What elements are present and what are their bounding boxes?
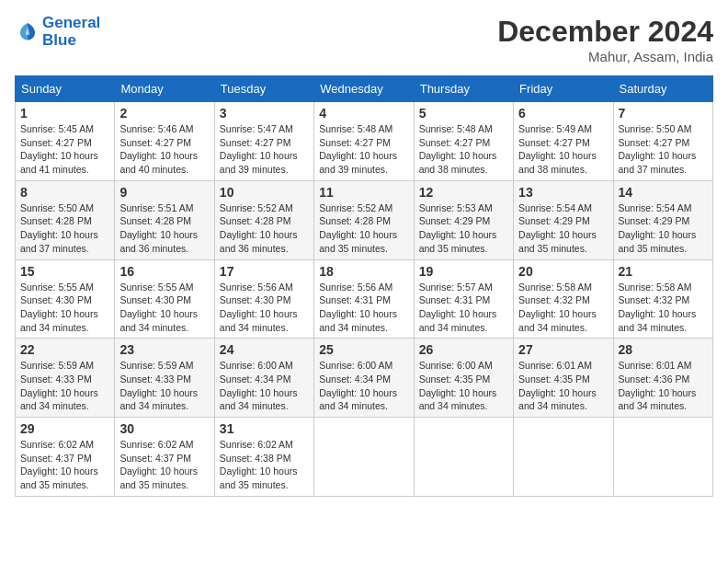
day-info: Sunrise: 5:58 AM Sunset: 4:32 PM Dayligh… [518, 281, 608, 335]
table-row [314, 418, 414, 497]
calendar-week-row: 22 Sunrise: 5:59 AM Sunset: 4:33 PM Dayl… [16, 339, 713, 418]
table-row: 13 Sunrise: 5:54 AM Sunset: 4:29 PM Dayl… [514, 180, 613, 259]
table-row: 6 Sunrise: 5:49 AM Sunset: 4:27 PM Dayli… [514, 102, 613, 181]
table-row: 15 Sunrise: 5:55 AM Sunset: 4:30 PM Dayl… [16, 259, 115, 339]
table-row [414, 418, 513, 497]
table-row: 17 Sunrise: 5:56 AM Sunset: 4:30 PM Dayl… [214, 259, 313, 339]
table-row: 2 Sunrise: 5:46 AM Sunset: 4:27 PM Dayli… [115, 102, 214, 181]
day-info: Sunrise: 5:45 AM Sunset: 4:27 PM Dayligh… [20, 122, 109, 177]
day-info: Sunrise: 5:48 AM Sunset: 4:27 PM Dayligh… [419, 122, 508, 177]
day-number: 10 [220, 185, 309, 200]
logo-line2: Blue [42, 32, 100, 50]
day-info: Sunrise: 5:51 AM Sunset: 4:28 PM Dayligh… [119, 201, 209, 256]
day-info: Sunrise: 5:55 AM Sunset: 4:30 PM Dayligh… [119, 281, 209, 335]
logo: General Blue [15, 15, 100, 49]
day-info: Sunrise: 5:50 AM Sunset: 4:28 PM Dayligh… [20, 201, 109, 256]
day-number: 26 [419, 342, 508, 357]
calendar-table: Sunday Monday Tuesday Wednesday Thursday… [15, 75, 713, 497]
day-number: 3 [220, 106, 309, 121]
table-row: 16 Sunrise: 5:55 AM Sunset: 4:30 PM Dayl… [115, 259, 214, 339]
day-info: Sunrise: 6:01 AM Sunset: 4:36 PM Dayligh… [619, 359, 708, 413]
day-number: 19 [419, 264, 508, 279]
day-info: Sunrise: 5:47 AM Sunset: 4:27 PM Dayligh… [220, 122, 309, 177]
day-info: Sunrise: 5:54 AM Sunset: 4:29 PM Dayligh… [518, 201, 608, 256]
col-monday: Monday [115, 76, 214, 102]
table-row: 21 Sunrise: 5:58 AM Sunset: 4:32 PM Dayl… [613, 259, 712, 339]
day-number: 11 [319, 185, 408, 200]
day-number: 12 [419, 185, 508, 200]
table-row [514, 418, 613, 497]
day-info: Sunrise: 6:00 AM Sunset: 4:34 PM Dayligh… [319, 359, 408, 413]
table-row: 19 Sunrise: 5:57 AM Sunset: 4:31 PM Dayl… [414, 259, 513, 339]
col-saturday: Saturday [613, 76, 712, 102]
table-row: 23 Sunrise: 5:59 AM Sunset: 4:33 PM Dayl… [115, 339, 214, 418]
table-row: 22 Sunrise: 5:59 AM Sunset: 4:33 PM Dayl… [16, 339, 115, 418]
day-info: Sunrise: 5:55 AM Sunset: 4:30 PM Dayligh… [20, 281, 109, 335]
day-number: 25 [319, 342, 408, 357]
table-row: 30 Sunrise: 6:02 AM Sunset: 4:37 PM Dayl… [115, 418, 214, 497]
day-info: Sunrise: 6:02 AM Sunset: 4:37 PM Dayligh… [119, 438, 209, 492]
logo-icon [17, 19, 39, 41]
day-number: 22 [20, 342, 109, 357]
table-row [613, 418, 712, 497]
table-row: 5 Sunrise: 5:48 AM Sunset: 4:27 PM Dayli… [414, 102, 513, 181]
calendar-header-row: Sunday Monday Tuesday Wednesday Thursday… [16, 76, 713, 102]
day-number: 13 [518, 185, 608, 200]
day-number: 29 [20, 421, 109, 436]
calendar-week-row: 15 Sunrise: 5:55 AM Sunset: 4:30 PM Dayl… [16, 259, 713, 339]
day-info: Sunrise: 5:52 AM Sunset: 4:28 PM Dayligh… [220, 201, 309, 256]
calendar-week-row: 1 Sunrise: 5:45 AM Sunset: 4:27 PM Dayli… [16, 102, 713, 181]
day-info: Sunrise: 5:48 AM Sunset: 4:27 PM Dayligh… [319, 122, 408, 177]
table-row: 10 Sunrise: 5:52 AM Sunset: 4:28 PM Dayl… [214, 180, 313, 259]
page-header: General Blue December 2024 Mahur, Assam,… [15, 15, 713, 64]
day-info: Sunrise: 5:54 AM Sunset: 4:29 PM Dayligh… [619, 201, 708, 256]
day-number: 24 [220, 342, 309, 357]
day-info: Sunrise: 5:50 AM Sunset: 4:27 PM Dayligh… [619, 122, 708, 177]
day-info: Sunrise: 6:01 AM Sunset: 4:35 PM Dayligh… [518, 359, 608, 413]
col-thursday: Thursday [414, 76, 513, 102]
table-row: 20 Sunrise: 5:58 AM Sunset: 4:32 PM Dayl… [514, 259, 613, 339]
calendar-week-row: 29 Sunrise: 6:02 AM Sunset: 4:37 PM Dayl… [16, 418, 713, 497]
day-number: 4 [319, 106, 408, 121]
day-info: Sunrise: 5:46 AM Sunset: 4:27 PM Dayligh… [119, 122, 209, 177]
table-row: 11 Sunrise: 5:52 AM Sunset: 4:28 PM Dayl… [314, 180, 414, 259]
day-number: 6 [518, 106, 608, 121]
day-info: Sunrise: 5:49 AM Sunset: 4:27 PM Dayligh… [518, 122, 608, 177]
day-info: Sunrise: 6:02 AM Sunset: 4:38 PM Dayligh… [220, 438, 309, 492]
day-number: 28 [619, 342, 708, 357]
table-row: 3 Sunrise: 5:47 AM Sunset: 4:27 PM Dayli… [214, 102, 313, 181]
day-number: 15 [20, 264, 109, 279]
table-row: 12 Sunrise: 5:53 AM Sunset: 4:29 PM Dayl… [414, 180, 513, 259]
table-row: 14 Sunrise: 5:54 AM Sunset: 4:29 PM Dayl… [613, 180, 712, 259]
month-title: December 2024 [497, 15, 713, 49]
table-row: 31 Sunrise: 6:02 AM Sunset: 4:38 PM Dayl… [214, 418, 313, 497]
day-number: 16 [119, 264, 209, 279]
day-info: Sunrise: 5:59 AM Sunset: 4:33 PM Dayligh… [20, 359, 109, 413]
day-number: 30 [119, 421, 209, 436]
table-row: 28 Sunrise: 6:01 AM Sunset: 4:36 PM Dayl… [613, 339, 712, 418]
day-info: Sunrise: 5:56 AM Sunset: 4:31 PM Dayligh… [319, 281, 408, 335]
table-row: 24 Sunrise: 6:00 AM Sunset: 4:34 PM Dayl… [214, 339, 313, 418]
day-number: 5 [419, 106, 508, 121]
day-number: 31 [220, 421, 309, 436]
calendar-week-row: 8 Sunrise: 5:50 AM Sunset: 4:28 PM Dayli… [16, 180, 713, 259]
day-number: 7 [619, 106, 708, 121]
day-number: 23 [119, 342, 209, 357]
table-row: 4 Sunrise: 5:48 AM Sunset: 4:27 PM Dayli… [314, 102, 414, 181]
day-number: 21 [619, 264, 708, 279]
day-number: 27 [518, 342, 608, 357]
col-tuesday: Tuesday [214, 76, 313, 102]
col-wednesday: Wednesday [314, 76, 414, 102]
logo-line1: General [42, 15, 100, 32]
table-row: 9 Sunrise: 5:51 AM Sunset: 4:28 PM Dayli… [115, 180, 214, 259]
day-number: 14 [619, 185, 708, 200]
table-row: 1 Sunrise: 5:45 AM Sunset: 4:27 PM Dayli… [16, 102, 115, 181]
day-number: 9 [119, 185, 209, 200]
day-number: 18 [319, 264, 408, 279]
col-friday: Friday [514, 76, 613, 102]
title-section: December 2024 Mahur, Assam, India [497, 15, 713, 64]
table-row: 27 Sunrise: 6:01 AM Sunset: 4:35 PM Dayl… [514, 339, 613, 418]
col-sunday: Sunday [16, 76, 115, 102]
day-number: 2 [119, 106, 209, 121]
day-info: Sunrise: 5:56 AM Sunset: 4:30 PM Dayligh… [220, 281, 309, 335]
